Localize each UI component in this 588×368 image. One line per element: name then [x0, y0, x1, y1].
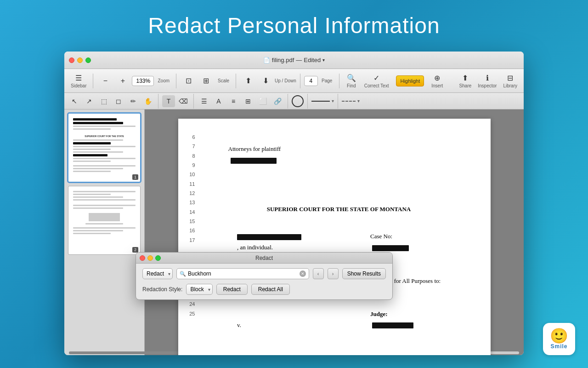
- sep-t2: [193, 94, 194, 109]
- thumb-line-3: [73, 139, 123, 141]
- show-results-button[interactable]: Show Results: [342, 268, 386, 279]
- maximize-button[interactable]: [85, 58, 91, 63]
- redact-attorneys: [231, 158, 277, 164]
- plus-icon: +: [121, 77, 125, 85]
- highlight-label: Highlight: [400, 78, 420, 84]
- zoom-minus-button[interactable]: −: [97, 71, 113, 91]
- share-button[interactable]: ⬆ Share: [457, 71, 475, 91]
- toolbar-right: ⬆ Share ℹ Inspector ⊟ Library: [457, 71, 520, 91]
- line-sample: [311, 101, 330, 102]
- search-clear-button[interactable]: ✕: [300, 270, 306, 277]
- next-result-button[interactable]: ›: [328, 268, 339, 279]
- smile-icon: 🙂: [550, 328, 568, 343]
- sidebar-button[interactable]: ☰ Sidebar: [68, 71, 89, 91]
- thumb-redact-2: [73, 122, 123, 124]
- updown-label: Up / Down: [275, 78, 296, 83]
- find-button[interactable]: 🔍 Find: [343, 71, 360, 91]
- line-8: [210, 188, 468, 199]
- sidebar-scrollbar[interactable]: [69, 351, 145, 354]
- thumb-line-6: [73, 151, 123, 153]
- zoom-button[interactable]: Zoom: [155, 71, 172, 91]
- circle-tool[interactable]: [292, 95, 304, 107]
- redact-tool[interactable]: ⌫: [177, 95, 190, 107]
- page-thumb-2[interactable]: 2: [68, 186, 141, 255]
- redact-case-no: [372, 245, 409, 251]
- page-down-button[interactable]: ⬇: [257, 71, 274, 91]
- v-text: v.: [237, 322, 241, 328]
- page-up-button[interactable]: ⬆: [240, 71, 256, 91]
- arrow-tool[interactable]: ↖: [68, 95, 81, 107]
- page-label: Page: [322, 78, 332, 83]
- redact-all-label: Redact All: [258, 286, 283, 293]
- scale-fill-button[interactable]: ⊞: [198, 71, 214, 91]
- dialog-minimize[interactable]: [147, 255, 153, 261]
- scale-label: Scale: [218, 78, 229, 83]
- line-dropdown-icon[interactable]: ▾: [332, 98, 334, 104]
- link-tool[interactable]: 🔗: [271, 95, 284, 107]
- zoom-plus-button[interactable]: +: [114, 71, 131, 91]
- judge-line: Judge:: [344, 298, 468, 342]
- correct-text-button[interactable]: ✓ Correct Text: [362, 71, 392, 91]
- sep5: [339, 74, 339, 88]
- insert-button[interactable]: ⊕ Insert: [429, 71, 446, 91]
- table-tool[interactable]: ≡: [227, 95, 240, 107]
- rect-tool[interactable]: ◻: [112, 95, 125, 107]
- list-tool[interactable]: ☰: [198, 95, 210, 107]
- text-tool[interactable]: T: [162, 95, 175, 107]
- dialog-body: Redact 🔍 ✕ ‹ › Show Results Redaction St…: [136, 264, 392, 299]
- minimize-button[interactable]: [77, 58, 83, 63]
- search-input[interactable]: [188, 270, 298, 277]
- dash-dropdown-icon[interactable]: ▾: [357, 98, 360, 104]
- library-button[interactable]: ⊟ Library: [500, 71, 520, 91]
- thumb-line-10: [73, 168, 123, 169]
- dash-display: ▾: [342, 98, 360, 104]
- doc-content: Attorneys for plaintiff SUPERIOR COURT F…: [210, 132, 468, 355]
- redaction-style-dropdown[interactable]: Block: [186, 284, 212, 295]
- area-select-tool[interactable]: ⬚: [97, 95, 110, 107]
- judge-label: Judge:: [370, 310, 388, 317]
- dialog-row2: Redaction Style: Block Redact Redact All: [142, 284, 386, 295]
- sep3: [236, 74, 236, 88]
- page-button[interactable]: Page: [319, 71, 335, 91]
- prev-result-button[interactable]: ‹: [313, 268, 324, 279]
- inspector-button[interactable]: ℹ Inspector: [475, 71, 499, 91]
- find-icon: 🔍: [347, 74, 356, 82]
- page-value[interactable]: 4: [304, 76, 318, 86]
- zoom-value[interactable]: 133%: [132, 76, 154, 86]
- thumb-redact-3: [73, 142, 111, 144]
- redact-button[interactable]: Redact: [216, 284, 248, 295]
- show-results-label: Show Results: [347, 270, 381, 277]
- dash-sample: [342, 101, 356, 102]
- redact-all-button[interactable]: Redact All: [251, 284, 290, 295]
- grid-tool[interactable]: ⊞: [242, 95, 254, 107]
- redact-type-dropdown[interactable]: Redact: [142, 268, 173, 279]
- dialog-maximize[interactable]: [155, 255, 161, 261]
- pencil-tool[interactable]: ✏: [127, 95, 140, 107]
- title-chevron[interactable]: ▾: [322, 58, 325, 63]
- dialog-close[interactable]: [140, 255, 145, 261]
- style-label: Redaction Style:: [142, 286, 182, 293]
- thumb2-line-4: [73, 199, 136, 201]
- thumb-line-8: [73, 161, 111, 162]
- highlight-button[interactable]: Highlight: [393, 71, 427, 91]
- sep4: [300, 74, 300, 88]
- select-tool[interactable]: ↗: [83, 95, 96, 107]
- down-icon: ⬇: [263, 76, 269, 85]
- window-title: 📄 filing.pdf — Edited ▾: [263, 57, 325, 63]
- page-thumb-1[interactable]: SUPERIOR COURT FOR THE STATE: [68, 113, 141, 182]
- search-icon: 🔍: [180, 271, 186, 277]
- scale-fit-button[interactable]: ⊡: [180, 71, 197, 91]
- scale-button[interactable]: Scale: [215, 71, 232, 91]
- box-tool[interactable]: ⬜: [256, 95, 269, 107]
- text-anno-tool[interactable]: A: [212, 95, 225, 107]
- title-filename: filing.pdf: [272, 57, 294, 63]
- app-window: 📄 filing.pdf — Edited ▾ ☰ Sidebar − + 13…: [64, 52, 524, 355]
- close-button[interactable]: [69, 58, 74, 63]
- sep1: [93, 74, 93, 88]
- thumb-line-2: [73, 128, 111, 130]
- doc-area[interactable]: 6 7 8 9 10 11 12 13 14 15 16 17 21 22 23…: [145, 109, 524, 355]
- search-box[interactable]: 🔍 ✕: [176, 268, 309, 279]
- find-label: Find: [347, 83, 356, 88]
- thumb2-line-2: [73, 194, 111, 195]
- pan-tool[interactable]: ✋: [141, 95, 154, 107]
